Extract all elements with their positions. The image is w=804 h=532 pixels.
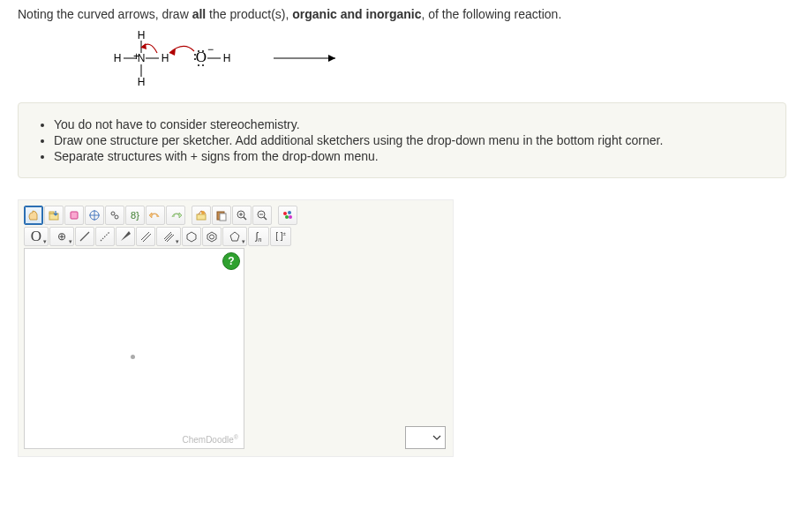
chevron-down-icon xyxy=(432,433,441,442)
svg-rect-23 xyxy=(197,214,206,220)
svg-marker-13 xyxy=(328,55,335,62)
svg-point-10 xyxy=(198,50,199,52)
svg-point-11 xyxy=(202,50,204,52)
drawing-canvas[interactable]: ? ChemDoodle® xyxy=(24,248,244,449)
hint-plus-sign: Separate structures with + signs from th… xyxy=(54,149,766,163)
svg-point-9 xyxy=(202,64,204,66)
atom-h-top: H xyxy=(138,29,146,41)
benzene-tool[interactable] xyxy=(202,227,222,246)
prompt-mid: the product(s), xyxy=(206,7,292,21)
svg-point-8 xyxy=(198,64,199,66)
double-bond-tool[interactable] xyxy=(136,227,155,246)
svg-point-48 xyxy=(210,235,214,239)
svg-line-39 xyxy=(101,232,109,241)
redo-tool[interactable] xyxy=(166,206,185,225)
svg-rect-16 xyxy=(71,212,78,219)
cyclohexane-tool[interactable] xyxy=(182,227,201,246)
sketcher-panel: 8} O▾ ⊕▾ ▾ ▾ ∫n [ ]± ? ChemDoodle® xyxy=(18,199,454,457)
toolbar-row-1: 8} xyxy=(24,206,447,225)
color-tool[interactable] xyxy=(278,206,297,225)
atom-h-left: H xyxy=(114,52,122,64)
clean-tool[interactable] xyxy=(105,206,124,225)
svg-point-7 xyxy=(194,58,196,60)
add-sketcher-dropdown[interactable] xyxy=(405,426,446,449)
charge-minus: − xyxy=(207,43,214,56)
paste-tool[interactable] xyxy=(212,206,231,225)
ring-tool[interactable]: ▾ xyxy=(222,227,247,246)
svg-marker-40 xyxy=(121,231,131,241)
center-tool[interactable] xyxy=(85,206,104,225)
svg-line-32 xyxy=(264,217,267,220)
svg-point-6 xyxy=(194,54,196,56)
canvas-seed-atom[interactable] xyxy=(131,355,135,359)
question-prompt: Noting the curved arrows, draw all the p… xyxy=(18,7,786,21)
prompt-pre: Noting the curved arrows, draw xyxy=(18,7,192,21)
sn-tool[interactable]: ∫n xyxy=(248,227,269,246)
svg-line-22 xyxy=(114,214,115,215)
zoom-out-tool[interactable] xyxy=(252,206,272,225)
cut-tool[interactable] xyxy=(192,206,211,225)
svg-point-36 xyxy=(285,215,289,219)
undo-tool[interactable] xyxy=(146,206,165,225)
element-o-tool[interactable]: O▾ xyxy=(24,227,49,246)
charge-tool[interactable]: ⊕▾ xyxy=(49,227,74,246)
svg-point-37 xyxy=(289,215,292,219)
atom-o: O xyxy=(196,49,207,65)
chemdoodle-watermark: ChemDoodle® xyxy=(182,434,238,445)
toolbar-row-2: O▾ ⊕▾ ▾ ▾ ∫n [ ]± xyxy=(24,227,447,246)
reaction-diagram: N + H H H H O − H xyxy=(106,26,786,88)
svg-line-41 xyxy=(141,232,149,240)
wedge-bond-tool[interactable] xyxy=(116,227,135,246)
svg-point-24 xyxy=(201,211,205,214)
open-tool[interactable] xyxy=(44,206,64,225)
prompt-bold-all: all xyxy=(192,7,207,21)
brackets-tool[interactable]: [ ]± xyxy=(270,227,291,246)
triple-bond-tool[interactable]: ▾ xyxy=(156,227,181,246)
lasso-tool[interactable]: 8} xyxy=(125,206,145,225)
prompt-bold-orgin: organic and inorganic xyxy=(292,7,421,21)
help-button[interactable]: ? xyxy=(222,252,240,270)
move-tool[interactable] xyxy=(24,206,43,225)
svg-marker-47 xyxy=(207,232,216,242)
atom-oh-h: H xyxy=(223,52,231,64)
hint-stereo: You do not have to consider stereochemis… xyxy=(54,117,766,131)
svg-point-35 xyxy=(288,211,291,214)
zoom-in-tool[interactable] xyxy=(232,206,252,225)
svg-point-34 xyxy=(283,212,287,215)
single-bond-tool[interactable] xyxy=(75,227,94,246)
dashed-bond-tool[interactable] xyxy=(95,227,115,246)
atom-h-bottom: H xyxy=(138,76,146,88)
hint-one-structure: Draw one structure per sketcher. Add add… xyxy=(54,133,766,147)
svg-rect-26 xyxy=(220,214,226,221)
svg-line-38 xyxy=(80,232,89,241)
svg-rect-15 xyxy=(49,212,54,214)
svg-line-28 xyxy=(244,217,246,220)
svg-line-42 xyxy=(143,234,151,242)
instruction-box: You do not have to consider stereochemis… xyxy=(18,102,786,178)
svg-marker-46 xyxy=(187,232,196,242)
svg-marker-49 xyxy=(230,232,239,241)
prompt-post: , of the following reaction. xyxy=(422,7,562,21)
eraser-tool[interactable] xyxy=(64,206,84,225)
svg-point-20 xyxy=(111,212,115,215)
atom-h-right: H xyxy=(162,52,169,64)
svg-point-21 xyxy=(115,215,118,219)
charge-plus: + xyxy=(133,50,139,63)
